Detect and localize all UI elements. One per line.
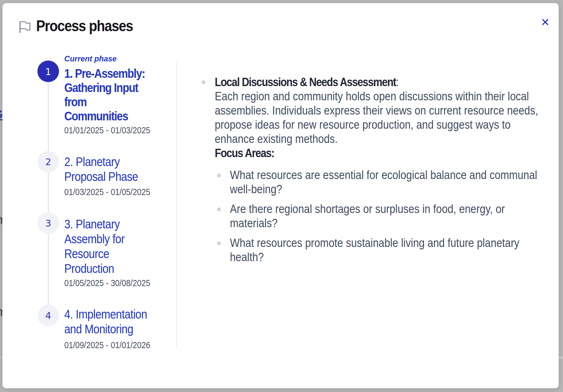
phase-2-badge: 2 [37,151,59,173]
description-heading: Local Discussions & Needs Assessment [215,76,396,89]
background-link-fragment: G [0,110,2,122]
phase-3-badge: 3 [37,212,59,234]
dialog-title: Process phases [36,18,226,34]
focus-area-text: What resources are essential for ecologi… [230,168,543,196]
phase-4-dates: 01/09/2025 - 01/01/2026 [64,339,149,351]
phase-1-dates: 01/01/2025 - 01/03/2025 [64,124,149,136]
description-paragraph: Local Discussions & Needs Assessment: Ea… [215,75,541,160]
background-letter: m [0,214,2,227]
phase-3-number: 3 [45,218,51,229]
close-button[interactable] [540,17,550,27]
focus-areas-list: What resources are essential for ecologi… [216,168,563,264]
focus-areas-label: Focus Areas: [215,147,274,160]
focus-area-text: Are there regional shortages or surpluse… [230,202,543,230]
timeline-connector [48,71,49,315]
dialog-header: Process phases [2,3,559,49]
focus-area-item: Are there regional shortages or surpluse… [216,202,563,230]
phase-2-number: 2 [45,156,51,167]
phase-3-dates: 01/05/2025 - 30/08/2025 [64,277,149,289]
phase-1-number: 1 [45,66,51,77]
phase-3-title[interactable]: 3. Planetary Assembly for Resource Produ… [64,217,149,276]
background-card-edge-fragment [559,357,563,359]
focus-area-item: What resources promote sustainable livin… [216,236,563,264]
phase-4-badge: 4 [37,305,59,326]
flag-icon [19,21,31,33]
focus-area-text: What resources promote sustainable livin… [230,236,543,264]
background-letter: G [0,110,2,121]
phase-2-title[interactable]: 2. Planetary Proposal Phase [64,154,149,184]
phase-2-dates: 01/03/2025 - 01/05/2025 [64,186,149,198]
phase-4-number: 4 [45,310,51,321]
description-heading-colon: : [396,76,399,89]
focus-area-item: What resources are essential for ecologi… [216,168,563,196]
description-item: Local Discussions & Needs Assessment: Ea… [199,75,563,160]
column-divider [176,61,177,348]
phase-4-title[interactable]: 4. Implementation and Monitoring [64,307,149,336]
background-text-fragment: m [0,306,2,319]
process-phases-dialog: Process phases 1 Current phase 1. Pre-As… [2,3,559,388]
background-text-fragment: m [0,214,2,227]
description-body: Each region and community holds open dis… [215,90,538,145]
phase-1-title[interactable]: 1. Pre-Assembly: Gathering Input from Co… [64,66,149,123]
close-icon [542,19,549,26]
background-link-underline [0,119,2,120]
phase-1-badge: 1 [37,60,59,82]
background-divider-fragment [0,357,2,358]
background-letter: m [0,306,2,319]
phase-description: Local Discussions & Needs Assessment: Ea… [199,75,563,264]
